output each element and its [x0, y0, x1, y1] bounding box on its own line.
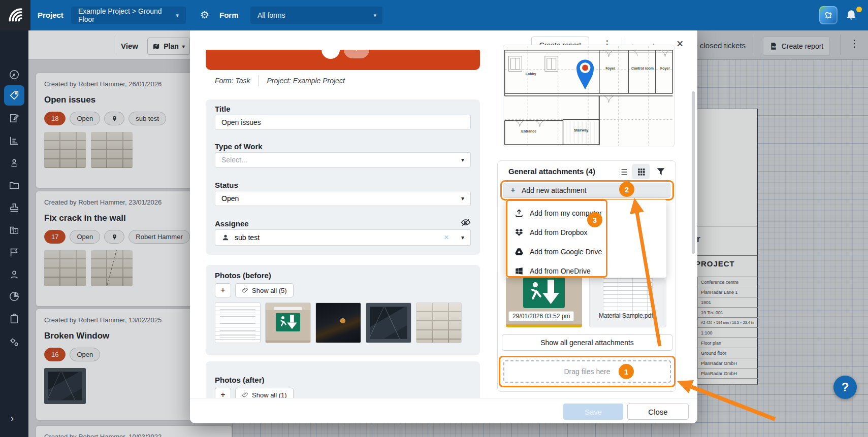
list-view-icon[interactable]	[618, 167, 628, 177]
clipboard-icon[interactable]	[9, 313, 20, 324]
expand-chevron-icon[interactable]: ›	[10, 412, 14, 425]
top-navbar: Project Example Project > Ground Floor ▾…	[0, 0, 868, 30]
planradar-logo[interactable]	[0, 0, 30, 30]
status-label: Status	[215, 181, 238, 189]
buildings-icon[interactable]	[9, 224, 20, 236]
left-sidebar: ›	[0, 30, 28, 437]
floor-plan-thumbnail[interactable]: Lobby Foyer Control room Foyer Entrance …	[503, 45, 674, 147]
meta-project: Project: Example Project	[267, 77, 345, 85]
clear-assignee-icon[interactable]: ×	[444, 232, 449, 243]
person-pin-icon[interactable]	[9, 157, 20, 169]
add-attachment-menu: Add from my computer Add from Dropbox Ad…	[506, 199, 666, 278]
person-icon[interactable]	[9, 269, 20, 280]
exit-sign-photo	[266, 303, 310, 343]
project-nav-label: Project	[38, 0, 63, 30]
filter-icon[interactable]	[656, 166, 666, 177]
notification-dot	[856, 7, 862, 12]
add-new-attachment-button[interactable]: + Add new attachment	[503, 183, 670, 198]
menu-highlight: Add from my computer Add from Dropbox Ad…	[506, 199, 607, 278]
chevron-down-icon: ▾	[373, 12, 376, 19]
dashboard-gauge-icon[interactable]	[9, 69, 20, 80]
chevron-down-icon: ▾	[461, 156, 464, 163]
help-button[interactable]: ?	[833, 376, 857, 399]
chevron-down-icon: ▾	[461, 195, 464, 202]
floor-plan-drawing: Lobby Foyer Control room Foyer Entrance …	[503, 45, 674, 147]
room-label: Lobby	[526, 72, 536, 76]
photo-strip	[506, 324, 582, 327]
tab-bubble[interactable]	[322, 50, 340, 59]
tickets-tag-icon[interactable]	[9, 90, 20, 101]
attachments-header: General attachments (4)	[508, 167, 595, 176]
attachment-caption: 29/01/2026 03:52 pm	[508, 311, 574, 321]
type-of-work-label: Type of Work	[215, 142, 263, 151]
gear-icon[interactable]: ⚙	[200, 9, 209, 21]
photos-after-label: Photos (after)	[215, 376, 265, 384]
planradar-swirl-icon	[6, 6, 25, 25]
add-tab-button[interactable]: +	[344, 50, 369, 58]
stats-chart-icon[interactable]	[9, 135, 20, 146]
type-of-work-select[interactable]: Select... ▾	[215, 152, 471, 167]
room-label: Stairway	[574, 128, 589, 132]
room-label: Entrance	[521, 129, 536, 133]
general-attachments-panel: General attachments (4) + Add new attach…	[497, 160, 676, 392]
room-label: Foyer	[660, 66, 670, 71]
tutorial-badge-2: 2	[619, 182, 634, 197]
save-button[interactable]: Save	[563, 404, 623, 420]
dropbox-icon	[515, 228, 524, 237]
apps-icon[interactable]	[819, 6, 838, 24]
assignee-label: Assignee	[215, 219, 249, 228]
status-select[interactable]: Open ▾	[215, 191, 471, 206]
form-nav-label: Form	[219, 0, 239, 30]
drag-files-dropzone[interactable]: Drag files here	[503, 360, 671, 383]
forms-edit-icon[interactable]	[9, 113, 20, 124]
title-input[interactable]	[215, 115, 471, 130]
person-icon	[221, 233, 230, 242]
paperclip-icon	[242, 391, 249, 398]
onedrive-windows-icon	[515, 266, 524, 276]
pie-chart-icon[interactable]	[9, 291, 20, 302]
assignee-select[interactable]: sub test × ▾	[215, 229, 471, 246]
paperclip-icon	[242, 287, 249, 294]
menu-item-google-drive[interactable]: Add from Google Drive	[515, 245, 602, 259]
stamp-icon[interactable]	[9, 202, 20, 213]
upload-icon	[515, 209, 524, 218]
menu-item-onedrive[interactable]: Add from OneDrive	[515, 264, 591, 278]
show-all-photos-before-button[interactable]: Show all (5)	[235, 283, 294, 297]
show-all-general-attachments-button[interactable]: Show all general attachments	[502, 334, 672, 351]
project-selector[interactable]: Example Project > Ground Floor ▾	[71, 7, 186, 24]
folder-icon[interactable]	[9, 180, 20, 191]
tutorial-badge-3: 3	[587, 212, 602, 227]
photo-thumbnail[interactable]	[215, 302, 261, 343]
bell-icon[interactable]	[845, 8, 858, 22]
ticket-detail-modal: Create report ⋮ ← → × + Form: Task Proje…	[190, 26, 697, 423]
photos-before-panel: Photos (before) + Show all (5)	[206, 265, 480, 355]
modal-scrollbar[interactable]	[692, 91, 695, 254]
knot-glyph-icon	[823, 10, 834, 21]
flag-icon[interactable]	[9, 247, 20, 258]
tutorial-badge-1: 1	[619, 364, 634, 379]
ticket-banner: +	[206, 50, 480, 70]
app-screen: Project Example Project > Ground Floor ▾…	[0, 0, 868, 437]
photo-thumbnail[interactable]	[315, 302, 361, 343]
grid-view-button[interactable]	[632, 164, 650, 179]
google-drive-icon	[515, 247, 524, 256]
photo-thumbnail[interactable]	[265, 302, 311, 343]
eye-off-icon[interactable]	[461, 217, 471, 227]
close-button[interactable]: Close	[627, 404, 689, 420]
modal-footer: Save Close	[190, 398, 697, 423]
drag-area-highlight: Drag files here	[499, 356, 676, 387]
attachment-caption: Material Sample.pdf	[595, 311, 657, 321]
photo-thumbnail[interactable]	[366, 302, 411, 343]
form-selector[interactable]: All forms ▾	[250, 7, 382, 24]
settings-gears-icon[interactable]	[9, 337, 20, 348]
ticket-meta: Form: Task Project: Example Project	[215, 75, 345, 86]
room-label: Foyer	[605, 66, 615, 71]
chevron-down-icon: ▾	[461, 234, 464, 241]
fields-panel: Title Type of Work Select... ▾ Status Op…	[206, 99, 480, 255]
menu-item-dropbox[interactable]: Add from Dropbox	[515, 225, 588, 240]
grid-view-icon	[637, 167, 646, 176]
photo-thumbnail[interactable]	[416, 302, 462, 343]
add-attachment-highlight: + Add new attachment	[500, 180, 674, 200]
close-icon[interactable]: ×	[677, 37, 683, 51]
add-photo-button[interactable]: +	[215, 283, 231, 297]
